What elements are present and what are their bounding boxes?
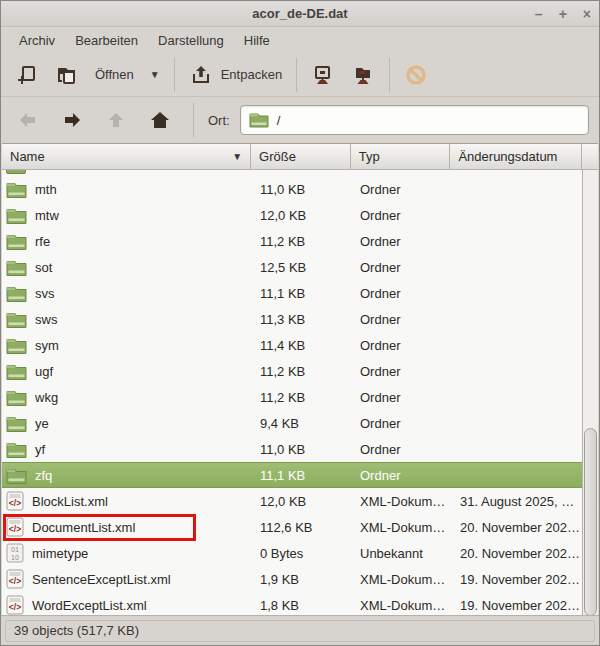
stop-button <box>396 57 436 93</box>
svg-text:10: 10 <box>11 554 19 561</box>
table-row[interactable]: ugf11,2 KBOrdner <box>2 358 582 384</box>
table-row[interactable]: svs11,1 KBOrdner <box>2 280 582 306</box>
table-row[interactable]: sym11,4 KBOrdner <box>2 332 582 358</box>
file-type-cell: Ordner <box>352 416 452 431</box>
column-header-type[interactable]: Typ <box>351 144 451 169</box>
file-size-cell: 11,2 KB <box>252 364 352 379</box>
file-name-cell: </>SentenceExceptList.xml <box>2 569 252 589</box>
menu-item-bearbeiten[interactable]: Bearbeiten <box>65 29 148 52</box>
open-archive-button[interactable] <box>47 57 87 93</box>
table-row[interactable]: </>DocumentList.xml112,6 KBXML-Dokum…20.… <box>2 514 582 540</box>
forward-button[interactable] <box>55 105 89 135</box>
file-type-cell: Ordner <box>352 234 452 249</box>
minimize-button[interactable]: – <box>535 7 543 21</box>
file-name-cell: ye <box>2 415 252 432</box>
file-type-cell: XML-Dokum… <box>352 520 452 535</box>
file-name: DocumentList.xml <box>32 520 135 535</box>
table-row[interactable]: sot12,5 KBOrdner <box>2 254 582 280</box>
open-button[interactable]: Öffnen <box>87 61 142 88</box>
file-modified-cell: 19. November 202… <box>452 572 582 587</box>
column-header-mod[interactable]: Änderungsdatum <box>450 144 582 169</box>
close-button[interactable]: × <box>583 7 591 21</box>
column-header-label: Typ <box>359 149 380 164</box>
binary-file-icon: 0110 <box>6 543 24 563</box>
file-type-cell: Ordner <box>352 364 452 379</box>
file-type-cell: Ordner <box>352 468 452 483</box>
extract-button[interactable]: Entpacken <box>181 57 290 93</box>
table-row[interactable]: zfq11,1 KBOrdner <box>2 462 582 488</box>
folder-icon <box>6 285 27 302</box>
statusbar: 39 objects (517,7 KB) <box>1 615 599 645</box>
file-name: SentenceExceptList.xml <box>32 572 171 587</box>
new-archive-button[interactable] <box>7 57 47 93</box>
add-folder-button[interactable] <box>343 57 383 93</box>
folder-icon <box>6 441 27 458</box>
file-name: mimetype <box>32 546 88 561</box>
svg-text:</>: </> <box>9 602 21 612</box>
table-row[interactable]: yf11,0 KBOrdner <box>2 436 582 462</box>
column-header-size[interactable]: Größe <box>251 144 351 169</box>
table-row[interactable]: mtw12,0 KBOrdner <box>2 202 582 228</box>
extract-button-label: Entpacken <box>221 67 282 82</box>
toolbar: Öffnen ▼ Entpacken <box>1 53 599 97</box>
svg-text:</>: </> <box>9 498 21 508</box>
table-row[interactable]: 0110mimetype0 BytesUnbekannt20. November… <box>2 540 582 566</box>
add-folder-icon <box>351 63 375 87</box>
file-list: mth11,0 KBOrdnermtw12,0 KBOrdnerrfe11,2 … <box>2 170 582 616</box>
file-name: yf <box>35 442 45 457</box>
file-type-cell: XML-Dokum… <box>352 572 452 587</box>
table-row[interactable]: mth11,0 KBOrdner <box>2 176 582 202</box>
file-size-cell: 0 Bytes <box>252 546 352 561</box>
file-name: ye <box>35 416 49 431</box>
folder-icon <box>6 259 27 276</box>
extract-icon <box>189 63 213 87</box>
menubar: ArchivBearbeitenDarstellungHilfe <box>1 27 599 53</box>
svg-text:01: 01 <box>11 546 19 553</box>
file-size-cell: 9,4 KB <box>252 416 352 431</box>
file-type-cell: Unbekannt <box>352 546 452 561</box>
file-size-cell: 11,2 KB <box>252 234 352 249</box>
folder-icon <box>6 467 27 484</box>
column-header-label: Name <box>10 149 45 164</box>
location-input[interactable]: / <box>240 105 589 135</box>
table-row[interactable]: ye9,4 KBOrdner <box>2 410 582 436</box>
xml-file-icon: </> <box>6 517 24 537</box>
vertical-scrollbar[interactable] <box>582 170 598 616</box>
table-row[interactable]: </>SentenceExceptList.xml1,9 KBXML-Dokum… <box>2 566 582 592</box>
file-name-cell: </>WordExceptList.xml <box>2 595 252 615</box>
table-row[interactable]: wkg11,2 KBOrdner <box>2 384 582 410</box>
folder-icon <box>249 112 269 128</box>
column-header-name[interactable]: Name▼ <box>2 144 251 169</box>
file-name-cell: mth <box>2 181 252 198</box>
table-row[interactable]: </>WordExceptList.xml1,8 KBXML-Dokum…19.… <box>2 592 582 616</box>
menu-item-hilfe[interactable]: Hilfe <box>234 29 280 52</box>
column-header-row: Name▼GrößeTypÄnderungsdatum <box>2 144 598 170</box>
column-header-stub <box>582 144 598 169</box>
file-size-cell: 1,9 KB <box>252 572 352 587</box>
table-row[interactable]: sws11,3 KBOrdner <box>2 306 582 332</box>
file-list-frame: Name▼GrößeTypÄnderungsdatum mth11,0 KBOr… <box>2 143 598 617</box>
chevron-down-icon: ▼ <box>150 69 160 80</box>
file-name: sym <box>35 338 59 353</box>
home-button[interactable] <box>143 105 177 135</box>
folder-icon <box>6 363 27 380</box>
file-name-cell: rfe <box>2 233 252 250</box>
menu-item-darstellung[interactable]: Darstellung <box>148 29 234 52</box>
file-size-cell: 11,0 KB <box>252 442 352 457</box>
folder-icon <box>6 311 27 328</box>
file-type-cell: Ordner <box>352 208 452 223</box>
file-type-cell: Ordner <box>352 182 452 197</box>
table-row[interactable]: </>BlockList.xml12,0 KBXML-Dokum…31. Aug… <box>2 488 582 514</box>
scrollbar-thumb[interactable] <box>584 428 597 616</box>
file-name: rfe <box>35 234 50 249</box>
maximize-button[interactable]: + <box>559 7 567 21</box>
menu-item-archiv[interactable]: Archiv <box>9 29 65 52</box>
toolbar-separator <box>296 58 297 92</box>
folder-icon <box>6 233 27 250</box>
table-row[interactable]: rfe11,2 KBOrdner <box>2 228 582 254</box>
open-dropdown-button[interactable]: ▼ <box>142 63 168 86</box>
add-files-button[interactable] <box>303 57 343 93</box>
file-name-cell: yf <box>2 441 252 458</box>
arrow-up-icon <box>107 110 125 130</box>
open-archive-icon <box>55 63 79 87</box>
